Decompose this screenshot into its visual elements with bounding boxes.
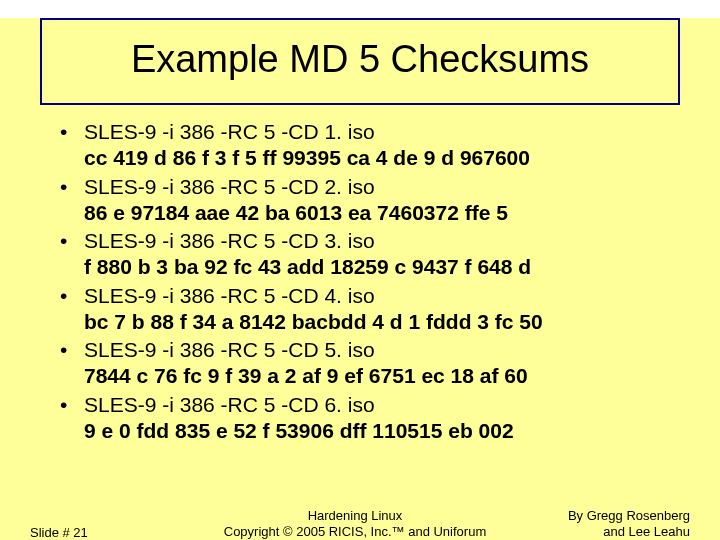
slide: Example MD 5 Checksums SLES-9 -i 386 -RC…	[0, 18, 720, 540]
list-item: SLES-9 -i 386 -RC 5 -CD 1. iso cc 419 d …	[60, 119, 670, 172]
file-name: SLES-9 -i 386 -RC 5 -CD 6. iso	[84, 392, 670, 418]
footer-slide-number: Slide # 21	[0, 525, 190, 540]
slide-title: Example MD 5 Checksums	[52, 38, 668, 81]
file-name: SLES-9 -i 386 -RC 5 -CD 1. iso	[84, 119, 670, 145]
file-hash: 9 e 0 fdd 835 e 52 f 53906 dff 110515 eb…	[84, 418, 670, 444]
footer-center-line1: Hardening Linux	[308, 508, 403, 523]
file-name: SLES-9 -i 386 -RC 5 -CD 2. iso	[84, 174, 670, 200]
footer-center: Hardening Linux Copyright © 2005 RICIS, …	[190, 508, 520, 541]
footer-right-line1: By Gregg Rosenberg	[568, 508, 690, 523]
checksum-list: SLES-9 -i 386 -RC 5 -CD 1. iso cc 419 d …	[60, 119, 670, 444]
slide-body: SLES-9 -i 386 -RC 5 -CD 1. iso cc 419 d …	[60, 119, 670, 444]
file-hash: 7844 c 76 fc 9 f 39 a 2 af 9 ef 6751 ec …	[84, 363, 670, 389]
slide-footer: Slide # 21 Hardening Linux Copyright © 2…	[0, 508, 720, 541]
file-name: SLES-9 -i 386 -RC 5 -CD 3. iso	[84, 228, 670, 254]
list-item: SLES-9 -i 386 -RC 5 -CD 2. iso 86 e 9718…	[60, 174, 670, 227]
file-name: SLES-9 -i 386 -RC 5 -CD 4. iso	[84, 283, 670, 309]
list-item: SLES-9 -i 386 -RC 5 -CD 4. iso bc 7 b 88…	[60, 283, 670, 336]
file-name: SLES-9 -i 386 -RC 5 -CD 5. iso	[84, 337, 670, 363]
title-container: Example MD 5 Checksums	[40, 18, 680, 105]
footer-center-line2: Copyright © 2005 RICIS, Inc.™ and Unifor…	[224, 524, 486, 539]
list-item: SLES-9 -i 386 -RC 5 -CD 6. iso 9 e 0 fdd…	[60, 392, 670, 445]
file-hash: f 880 b 3 ba 92 fc 43 add 18259 c 9437 f…	[84, 254, 670, 280]
file-hash: 86 e 97184 aae 42 ba 6013 ea 7460372 ffe…	[84, 200, 670, 226]
list-item: SLES-9 -i 386 -RC 5 -CD 5. iso 7844 c 76…	[60, 337, 670, 390]
file-hash: bc 7 b 88 f 34 a 8142 bacbdd 4 d 1 fddd …	[84, 309, 670, 335]
file-hash: cc 419 d 86 f 3 f 5 ff 99395 ca 4 de 9 d…	[84, 145, 670, 171]
footer-author: By Gregg Rosenberg and Lee Leahu	[520, 508, 720, 541]
list-item: SLES-9 -i 386 -RC 5 -CD 3. iso f 880 b 3…	[60, 228, 670, 281]
footer-right-line2: and Lee Leahu	[603, 524, 690, 539]
